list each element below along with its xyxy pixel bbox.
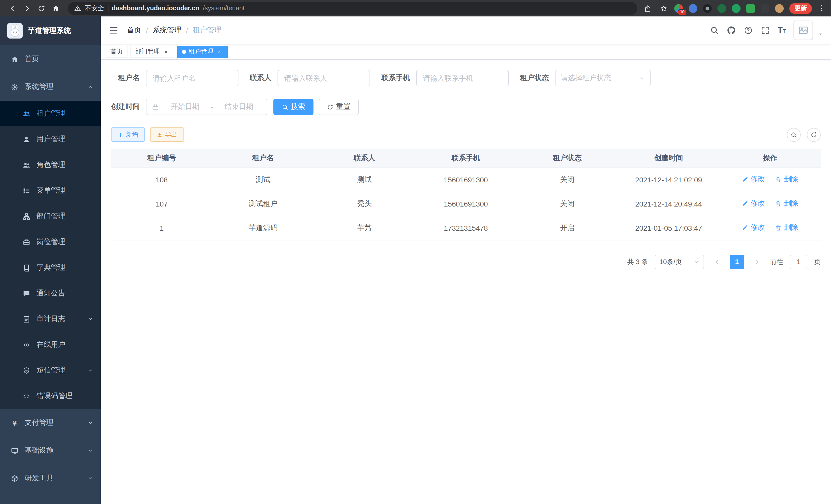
sidebar-item-tenant[interactable]: 租户管理	[0, 101, 101, 126]
users-icon	[23, 110, 30, 117]
sidebar-toggle-icon[interactable]	[109, 25, 119, 35]
browser-actions: 10 更新	[642, 1, 826, 16]
search-icon[interactable]	[710, 26, 719, 35]
tab-home[interactable]: 首页	[106, 46, 127, 58]
search-button[interactable]: 搜索	[274, 99, 314, 115]
forward-icon	[23, 4, 31, 12]
pencil-icon	[742, 200, 748, 207]
pencil-icon	[742, 225, 748, 231]
edit-button[interactable]: 修改	[742, 199, 765, 208]
sidebar-item-notice[interactable]: 通知公告	[0, 280, 101, 306]
create-time-label: 创建时间	[111, 102, 146, 112]
table-row: 108 测试 测试 15601691300 关闭 2021-12-14 21:0…	[111, 168, 821, 191]
sidebar-item-audit-log[interactable]: 审计日志	[0, 306, 101, 332]
sidebar-item-devtools[interactable]: 研发工具	[0, 465, 101, 492]
sidebar-item-sms[interactable]: 短信管理	[0, 358, 101, 383]
browser-menu-icon[interactable]	[818, 4, 826, 12]
sidebar-item-pay[interactable]: ¥ 支付管理	[0, 409, 101, 437]
toggle-search-button[interactable]	[787, 128, 801, 142]
extension-icon[interactable]	[732, 4, 741, 12]
page-size-value: 10条/页	[659, 257, 682, 266]
extension-icon[interactable]: 10	[674, 4, 683, 12]
extension-icon[interactable]	[717, 4, 726, 12]
delete-button[interactable]: 删除	[775, 199, 798, 208]
tab-tenant[interactable]: 租户管理	[177, 46, 228, 58]
help-icon[interactable]	[744, 26, 753, 35]
sidebar-item-post[interactable]: 岗位管理	[0, 229, 101, 255]
add-button[interactable]: 新增	[111, 127, 145, 142]
page-number-current[interactable]: 1	[730, 255, 744, 269]
avatar-caret-down-icon[interactable]	[818, 31, 823, 37]
tenant-name-input[interactable]	[146, 70, 238, 86]
sidebar-item-label: 基础设施	[25, 446, 53, 455]
refresh-table-button[interactable]	[807, 128, 821, 142]
export-button[interactable]: 导出	[150, 127, 184, 142]
sidebar-item-menu[interactable]: 菜单管理	[0, 178, 101, 203]
font-size-icon[interactable]: TT	[778, 26, 786, 35]
sidebar-item-role[interactable]: 角色管理	[0, 152, 101, 178]
tab-dept[interactable]: 部门管理	[131, 46, 174, 58]
broken-image-icon	[798, 25, 809, 36]
app-logo[interactable]: 芋道管理系统	[0, 17, 101, 45]
column-header-mobile: 联系手机	[415, 149, 517, 168]
extension-icon[interactable]	[746, 4, 755, 12]
org-tree-icon	[23, 212, 30, 220]
create-time-range-picker[interactable]: 开始日期 - 结束日期	[146, 99, 267, 115]
sidebar-item-infra[interactable]: 基础设施	[0, 437, 101, 465]
sidebar-item-dict[interactable]: 字典管理	[0, 255, 101, 280]
reset-button[interactable]: 重置	[319, 99, 359, 115]
fullscreen-icon[interactable]	[761, 26, 770, 35]
browser-forward-button[interactable]	[20, 1, 34, 16]
cell-created: 2021-12-14 21:02:09	[618, 168, 719, 191]
avatar[interactable]	[794, 21, 813, 40]
delete-button[interactable]: 删除	[775, 223, 798, 233]
browser-toolbar: 不安全 dashboard.yudao.iocoder.cn/system/te…	[0, 0, 831, 17]
app-title: 芋道管理系统	[28, 26, 71, 35]
browser-update-button[interactable]: 更新	[790, 3, 812, 13]
sidebar-item-dept[interactable]: 部门管理	[0, 203, 101, 229]
github-icon[interactable]	[727, 26, 736, 35]
goto-page-input[interactable]	[790, 255, 807, 269]
contact-input[interactable]	[278, 70, 370, 86]
share-button[interactable]	[642, 1, 653, 16]
tab-label: 首页	[111, 47, 123, 56]
sidebar-item-home[interactable]: 首页	[0, 45, 101, 73]
breadcrumb-item-home[interactable]: 首页	[127, 26, 141, 35]
sidebar-item-online-user[interactable]: 在线用户	[0, 332, 101, 358]
extension-icon[interactable]	[761, 4, 769, 12]
chevron-down-icon	[638, 75, 645, 82]
navbar-actions: TT	[710, 21, 823, 40]
close-icon[interactable]	[163, 48, 170, 55]
extension-icon[interactable]	[703, 4, 712, 12]
extension-icon[interactable]	[775, 4, 784, 12]
bookmark-button[interactable]	[658, 1, 668, 16]
browser-back-button[interactable]	[5, 1, 20, 16]
edit-button[interactable]: 修改	[742, 175, 765, 184]
cell-actions: 修改 删除	[719, 191, 821, 216]
close-icon[interactable]	[216, 48, 223, 55]
calendar-icon	[152, 103, 159, 111]
sidebar-item-error-code[interactable]: 错误码管理	[0, 383, 101, 409]
edit-button[interactable]: 修改	[742, 223, 765, 233]
page-size-select[interactable]: 10条/页	[655, 255, 704, 269]
breadcrumb-separator: /	[186, 26, 188, 34]
address-bar[interactable]: 不安全 dashboard.yudao.iocoder.cn/system/te…	[68, 2, 637, 14]
goto-label: 前往	[770, 257, 783, 266]
prev-page-button[interactable]	[711, 255, 723, 269]
delete-button[interactable]: 删除	[775, 175, 798, 184]
next-page-button[interactable]	[751, 255, 763, 269]
status-select[interactable]: 请选择租户状态	[555, 70, 651, 86]
chevron-down-icon	[87, 420, 93, 426]
navbar: 首页 / 系统管理 / 租户管理 TT	[101, 17, 831, 44]
mobile-input[interactable]	[416, 70, 509, 86]
cell-status: 关闭	[516, 191, 618, 216]
breadcrumb-item-system[interactable]: 系统管理	[153, 26, 181, 35]
extension-icon[interactable]	[689, 4, 697, 12]
tags-view: 首页 部门管理 租户管理	[101, 44, 831, 60]
sidebar-item-user[interactable]: 用户管理	[0, 126, 101, 152]
browser-reload-button[interactable]	[34, 1, 48, 16]
browser-home-button[interactable]	[48, 1, 63, 16]
sidebar-item-system[interactable]: 系统管理	[0, 73, 101, 101]
breadcrumb-separator: /	[146, 26, 148, 34]
people-icon	[23, 161, 30, 169]
